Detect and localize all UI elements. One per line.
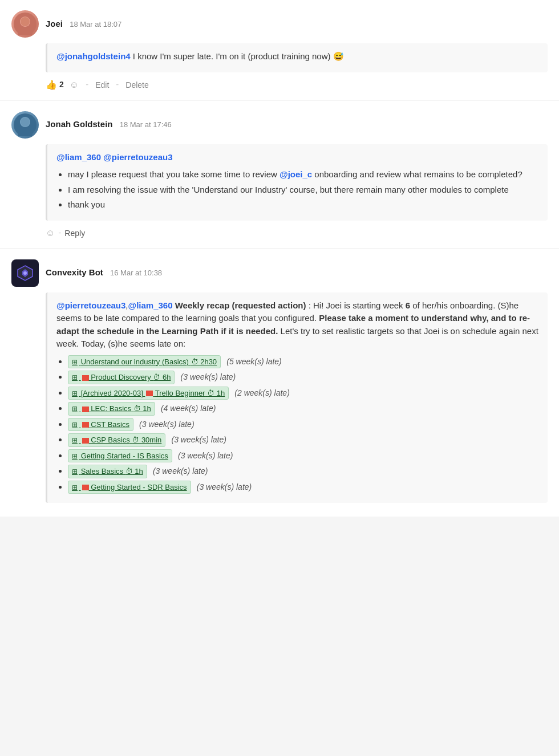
course-module-icon-5: ⊞ — [72, 436, 78, 444]
thumbsup-count: 2 — [59, 79, 64, 91]
avatar-bot — [11, 259, 39, 287]
bullet-1: may I please request that you take some … — [68, 168, 538, 181]
flag-icon-2 — [146, 391, 153, 396]
sep1: - — [86, 78, 88, 91]
course-link-5[interactable]: ⊞ CSP Basics ⏱ 30min — [68, 433, 165, 447]
course-duration-0: ⏱ 2h30 — [191, 357, 217, 366]
edit-button[interactable]: Edit — [95, 80, 109, 90]
message-content-joei: @jonahgoldstein4 I know I'm super late. … — [46, 43, 548, 72]
late-text-8: (3 week(s) late) — [197, 482, 252, 491]
course-item-2: ⊞ [Archived 2020-03] Trello Beginner ⏱ 1… — [68, 387, 538, 400]
course-link-2[interactable]: ⊞ [Archived 2020-03] Trello Beginner ⏱ 1… — [68, 387, 229, 400]
late-text-4: (3 week(s) late) — [139, 420, 194, 429]
message-content-bot: @pierretouzeau3,@liam_360 Weekly recap (… — [46, 292, 548, 503]
course-link-7[interactable]: ⊞ Sales Basics ⏱ 1h — [68, 465, 147, 478]
bot-week-number: 6 — [406, 300, 410, 310]
course-item-0: ⊞ Understand our industry (Basics) ⏱ 2h3… — [68, 355, 538, 369]
course-link-0[interactable]: ⊞ Understand our industry (Basics) ⏱ 2h3… — [68, 355, 221, 369]
course-link-8[interactable]: ⊞ Getting Started - SDR Basics — [68, 481, 191, 494]
course-name-6: Getting Started - IS Basics — [81, 452, 168, 460]
course-name-8: Getting Started - SDR Basics — [91, 483, 187, 491]
flag-icon-5 — [82, 438, 89, 444]
delete-button[interactable]: Delete — [125, 80, 148, 90]
bullet-3: thank you — [68, 198, 538, 212]
message-header-bot: Convexity Bot 16 Mar at 10:38 — [11, 259, 548, 287]
timestamp-bot: 16 Mar at 10:38 — [110, 269, 162, 277]
late-text-2: (2 week(s) late) — [234, 388, 289, 397]
course-duration-1: ⏱ 6h — [153, 373, 171, 381]
sep3: - — [58, 226, 61, 239]
author-info: Joei 18 Mar at 18:07 — [46, 18, 121, 31]
thumbsup-reaction[interactable]: 👍 2 — [46, 78, 64, 92]
course-item-7: ⊞ Sales Basics ⏱ 1h (3 week(s) late) — [68, 465, 538, 478]
svg-point-3 — [21, 17, 30, 26]
timestamp-jonah: 18 Mar at 17:46 — [120, 120, 172, 129]
course-duration-7: ⏱ 1h — [125, 467, 143, 475]
course-link-6[interactable]: ⊞ Getting Started - IS Basics — [68, 449, 172, 463]
bullet-2: I am resolving the issue with the 'Under… — [68, 184, 538, 197]
course-item-1: ⊞ Product Discovery ⏱ 6h (3 week(s) late… — [68, 371, 538, 384]
message-bot: Convexity Bot 16 Mar at 10:38 @pierretou… — [0, 249, 559, 517]
author-info-jonah: Jonah Goldstein 18 Mar at 17:46 — [46, 118, 172, 131]
course-module-icon-7: ⊞ — [72, 468, 78, 475]
course-link-4[interactable]: ⊞ CST Basics — [68, 418, 133, 432]
course-name-5: CSP Basics — [91, 436, 129, 444]
flag-icon-3 — [82, 407, 89, 412]
course-link-1[interactable]: ⊞ Product Discovery ⏱ 6h — [68, 371, 175, 384]
course-item-6: ⊞ Getting Started - IS Basics (3 week(s)… — [68, 449, 538, 463]
course-name-2: Trello Beginner — [155, 389, 205, 397]
bot-course-list: ⊞ Understand our industry (Basics) ⏱ 2h3… — [56, 355, 538, 494]
timestamp: 18 Mar at 18:07 — [70, 20, 121, 29]
bot-mention-liam: @liam_360 — [128, 300, 173, 310]
message-feed: Joei 18 Mar at 18:07 @jonahgoldstein4 I … — [0, 0, 559, 517]
course-module-icon-4: ⊞ — [72, 421, 78, 429]
course-name-0: Understand our industry (Basics) — [81, 357, 189, 366]
course-duration-2: ⏱ 1h — [207, 389, 225, 397]
add-reaction-jonah-icon[interactable]: ☺ — [46, 226, 55, 240]
course-module-icon-6: ⊞ — [72, 452, 78, 460]
course-archived-2: [Archived 2020-03] — [81, 389, 143, 397]
add-reaction-icon[interactable]: ☺ — [70, 78, 79, 92]
course-module-icon-1: ⊞ — [72, 373, 78, 381]
sep2: - — [116, 78, 119, 91]
bot-intro-text1: : Hi! Joei is starting week — [309, 300, 406, 310]
course-duration-5: ⏱ 30min — [132, 436, 161, 444]
svg-point-9 — [23, 271, 27, 275]
bot-mention-pierre: @pierretouzeau3 — [56, 300, 125, 310]
course-name-4: CST Basics — [91, 420, 129, 429]
course-name-3: LEC: Basics — [91, 404, 131, 413]
author-name-bot: Convexity Bot — [46, 267, 103, 277]
flag-icon-8 — [82, 485, 89, 490]
bot-intro: @pierretouzeau3,@liam_360 Weekly recap (… — [56, 299, 538, 351]
message-joei: Joei 18 Mar at 18:07 @jonahgoldstein4 I … — [0, 0, 559, 100]
flag-icon-1 — [82, 375, 89, 381]
message-jonah: Jonah Goldstein 18 Mar at 17:46 @liam_36… — [0, 101, 559, 248]
author-info-bot: Convexity Bot 16 Mar at 10:38 — [46, 266, 162, 279]
mention-pierre: @pierretouzeau3 — [103, 152, 172, 162]
course-item-4: ⊞ CST Basics (3 week(s) late) — [68, 418, 538, 432]
thumbsup-icon: 👍 — [46, 78, 57, 92]
author-name-jonah: Jonah Goldstein — [46, 119, 113, 129]
mention-liam: @liam_360 — [56, 152, 101, 162]
mentions-header: @liam_360 @pierretouzeau3 — [56, 151, 538, 164]
message-bullets: may I please request that you take some … — [56, 168, 538, 212]
course-name-1: Product Discovery — [91, 373, 151, 381]
actions-row-jonah: ☺ - Reply — [46, 226, 548, 240]
course-item-8: ⊞ Getting Started - SDR Basics (3 week(s… — [68, 481, 538, 494]
late-text-0: (5 week(s) late) — [226, 357, 281, 366]
late-text-7: (3 week(s) late) — [153, 466, 208, 475]
course-module-icon-8: ⊞ — [72, 483, 78, 491]
reply-button[interactable]: Reply — [64, 229, 85, 238]
course-module-icon-0: ⊞ — [72, 358, 78, 366]
message-content-jonah: @liam_360 @pierretouzeau3 may I please r… — [46, 144, 548, 221]
message-header: Joei 18 Mar at 18:07 — [11, 10, 548, 38]
author-name: Joei — [46, 19, 63, 29]
message-text: @jonahgoldstein4 I know I'm super late. … — [56, 50, 538, 63]
late-text-6: (3 week(s) late) — [178, 451, 233, 460]
course-link-3[interactable]: ⊞ LEC: Basics ⏱ 1h — [68, 402, 155, 416]
bot-recap-label: Weekly recap (requested action) — [175, 300, 306, 310]
reactions-bar: 👍 2 ☺ - Edit - Delete — [46, 78, 548, 92]
late-text-1: (3 week(s) late) — [181, 372, 236, 381]
avatar-joei — [11, 10, 39, 38]
mention-jonah: @jonahgoldstein4 — [56, 51, 131, 61]
